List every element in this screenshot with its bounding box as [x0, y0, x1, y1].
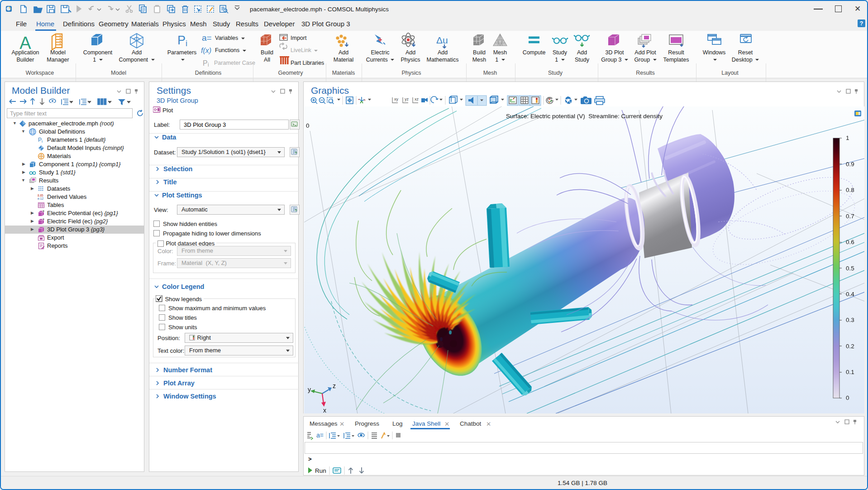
- svg-text:xy: xy: [394, 97, 399, 101]
- svg-text:0.6: 0.6: [846, 239, 854, 245]
- svg-text:Surface: Electric potential (V: Surface: Electric potential (V) Streamli…: [506, 113, 663, 120]
- svg-text:x: x: [323, 407, 326, 413]
- svg-text:y: y: [308, 386, 311, 393]
- svg-text:1: 1: [846, 135, 849, 141]
- svg-text:0.9: 0.9: [846, 161, 854, 168]
- svg-text:i: i: [186, 39, 187, 48]
- svg-text:xz: xz: [415, 97, 419, 101]
- svg-text:P: P: [177, 34, 186, 47]
- svg-text:P: P: [203, 59, 208, 67]
- svg-text:f(x): f(x): [201, 47, 211, 54]
- svg-text:0.2: 0.2: [846, 343, 854, 350]
- svg-text:8.85: 8.85: [38, 194, 43, 197]
- svg-text:0.3: 0.3: [846, 317, 854, 323]
- svg-text:0.8: 0.8: [846, 187, 854, 193]
- svg-text:0.7: 0.7: [846, 213, 854, 220]
- svg-text:0: 0: [846, 394, 849, 401]
- svg-text:a=: a=: [316, 432, 324, 439]
- svg-text:0: 0: [306, 122, 310, 129]
- svg-text:Δu: Δu: [436, 35, 448, 45]
- svg-text:i: i: [42, 139, 43, 144]
- svg-text:z: z: [333, 382, 336, 389]
- svg-text:0.5: 0.5: [846, 265, 854, 272]
- svg-text:yz: yz: [405, 97, 409, 101]
- svg-text:i: i: [208, 62, 209, 68]
- svg-text:e-12: e-12: [38, 197, 43, 200]
- svg-text:0.1: 0.1: [846, 369, 854, 375]
- svg-text:a=: a=: [202, 33, 212, 43]
- svg-text:0.4: 0.4: [846, 291, 854, 298]
- svg-text:Run: Run: [315, 467, 326, 474]
- svg-text:P: P: [38, 137, 42, 143]
